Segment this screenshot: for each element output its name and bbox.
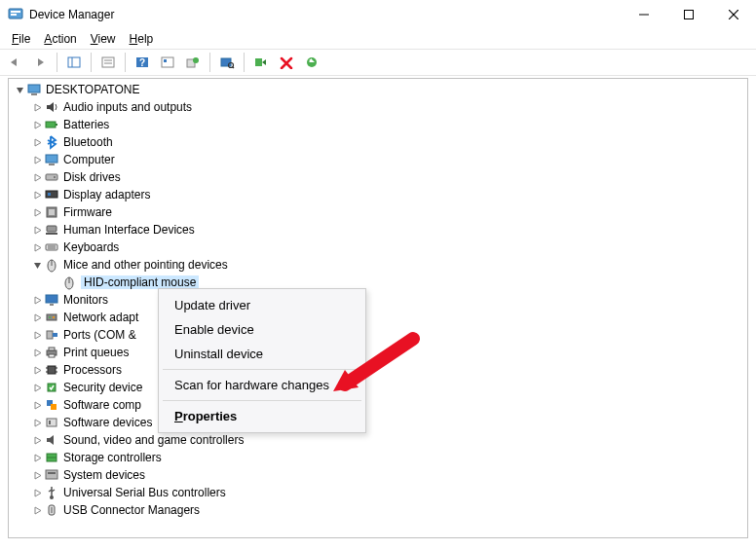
expand-icon[interactable] <box>30 433 44 447</box>
svg-rect-1 <box>11 11 20 13</box>
ctx-properties[interactable]: Properties <box>161 404 363 428</box>
show-hide-tree-button[interactable] <box>63 52 85 73</box>
tree-label: Network adapt <box>63 311 138 324</box>
svg-rect-25 <box>46 122 56 128</box>
expand-icon[interactable] <box>30 398 44 412</box>
collapse-icon[interactable] <box>30 258 44 272</box>
tree-category[interactable]: Universal Serial Bus controllers <box>9 484 747 501</box>
tree-category[interactable]: Batteries <box>9 116 747 133</box>
expand-icon[interactable] <box>30 311 44 324</box>
tree-label: Monitors <box>63 293 108 307</box>
tree-label: Security device <box>63 381 142 394</box>
expand-icon[interactable] <box>30 118 44 131</box>
properties-button[interactable] <box>97 52 119 73</box>
tree-category[interactable]: System devices <box>9 466 747 484</box>
tree-category[interactable]: Software devices <box>9 414 747 431</box>
tree-label: Mice and other pointing devices <box>63 258 228 272</box>
expand-icon[interactable] <box>30 240 44 254</box>
tree-category[interactable]: Print queues <box>9 344 747 361</box>
expand-icon[interactable] <box>30 223 44 237</box>
minimize-button[interactable] <box>622 0 666 29</box>
svg-line-20 <box>233 67 235 69</box>
menu-file[interactable]: File <box>6 31 36 47</box>
expand-icon[interactable] <box>30 153 44 166</box>
audio-icon <box>44 99 59 115</box>
menu-help[interactable]: Help <box>124 31 160 47</box>
context-menu: Update driver Enable device Uninstall de… <box>158 288 366 433</box>
software-component-icon <box>44 397 59 413</box>
forward-button[interactable] <box>29 52 51 73</box>
tree-root-label: DESKTOPATONE <box>46 83 139 96</box>
enable-device-button[interactable] <box>250 52 272 73</box>
ctx-update-driver[interactable]: Update driver <box>161 293 363 317</box>
ctx-uninstall-device[interactable]: Uninstall device <box>161 342 363 366</box>
refresh-button[interactable] <box>301 52 322 73</box>
expand-icon[interactable] <box>30 468 44 482</box>
tree-category[interactable]: Storage controllers <box>9 449 747 466</box>
help-button[interactable]: ? <box>132 52 153 73</box>
svg-rect-23 <box>28 85 40 92</box>
svg-rect-36 <box>46 233 57 235</box>
tree-label: USB Connector Managers <box>63 503 200 517</box>
tree-category[interactable]: Software comp <box>9 396 747 414</box>
update-driver-button[interactable] <box>182 52 204 73</box>
expand-icon[interactable] <box>30 188 44 202</box>
tree-label: Human Interface Devices <box>63 223 195 237</box>
menu-action[interactable]: Action <box>38 31 82 47</box>
tree-category[interactable]: Computer <box>9 151 747 168</box>
collapse-icon[interactable] <box>13 83 26 96</box>
back-button[interactable] <box>4 52 25 73</box>
ctx-scan-hardware[interactable]: Scan for hardware changes <box>161 373 363 397</box>
svg-rect-51 <box>49 348 55 350</box>
tree-category[interactable]: Sound, video and game controllers <box>9 431 747 449</box>
expand-icon[interactable] <box>30 416 44 429</box>
expand-icon[interactable] <box>30 100 44 114</box>
device-tree-panel[interactable]: DESKTOPATONE Audio inputs and outputs Ba… <box>8 78 748 538</box>
uninstall-device-button[interactable] <box>276 52 297 73</box>
svg-rect-62 <box>49 421 51 424</box>
tree-category[interactable]: Human Interface Devices <box>9 221 747 238</box>
tree-root[interactable]: DESKTOPATONE <box>9 81 747 98</box>
close-button[interactable] <box>711 0 756 29</box>
expand-icon[interactable] <box>30 503 44 517</box>
tree-category[interactable]: Audio inputs and outputs <box>9 98 747 116</box>
maximize-button[interactable] <box>666 0 711 29</box>
tree-category[interactable]: Security device <box>9 379 747 396</box>
svg-text:?: ? <box>139 57 145 68</box>
expand-icon[interactable] <box>30 328 44 342</box>
tree-category[interactable]: Display adapters <box>9 186 747 203</box>
action-icon-1[interactable] <box>157 52 178 73</box>
menu-view[interactable]: View <box>85 31 122 47</box>
expand-icon[interactable] <box>30 205 44 219</box>
expand-icon[interactable] <box>30 486 44 499</box>
expand-icon[interactable] <box>30 381 44 394</box>
tree-device-selected[interactable]: HID-compliant mouse <box>9 274 747 291</box>
tree-category[interactable]: Keyboards <box>9 238 747 256</box>
expand-icon[interactable] <box>30 363 44 377</box>
keyboard-icon <box>44 239 59 255</box>
expand-icon[interactable] <box>30 346 44 359</box>
expand-icon[interactable] <box>30 135 44 149</box>
tree-category[interactable]: Ports (COM & <box>9 326 747 344</box>
svg-point-30 <box>54 176 56 178</box>
svg-rect-2 <box>11 14 17 16</box>
tree-category[interactable]: USB Connector Managers <box>9 501 747 519</box>
window-title: Device Manager <box>29 8 114 21</box>
tree-category-mice[interactable]: Mice and other pointing devices <box>9 256 747 274</box>
expand-icon[interactable] <box>30 293 44 307</box>
ctx-enable-device[interactable]: Enable device <box>161 317 363 342</box>
tree-category[interactable]: Disk drives <box>9 168 747 186</box>
svg-point-48 <box>53 316 55 318</box>
scan-hardware-button[interactable] <box>216 52 238 73</box>
security-icon <box>44 380 59 395</box>
tree-category[interactable]: Firmware <box>9 203 747 221</box>
tree-category[interactable]: Monitors <box>9 291 747 309</box>
tree-category[interactable]: Bluetooth <box>9 133 747 151</box>
expand-icon[interactable] <box>30 451 44 464</box>
tree-category[interactable]: Processors <box>9 361 747 379</box>
tree-category[interactable]: Network adapt <box>9 309 747 326</box>
tree-label: Bluetooth <box>63 135 113 149</box>
svg-rect-49 <box>47 331 53 339</box>
expand-icon[interactable] <box>30 170 44 184</box>
ctx-separator <box>163 400 361 401</box>
